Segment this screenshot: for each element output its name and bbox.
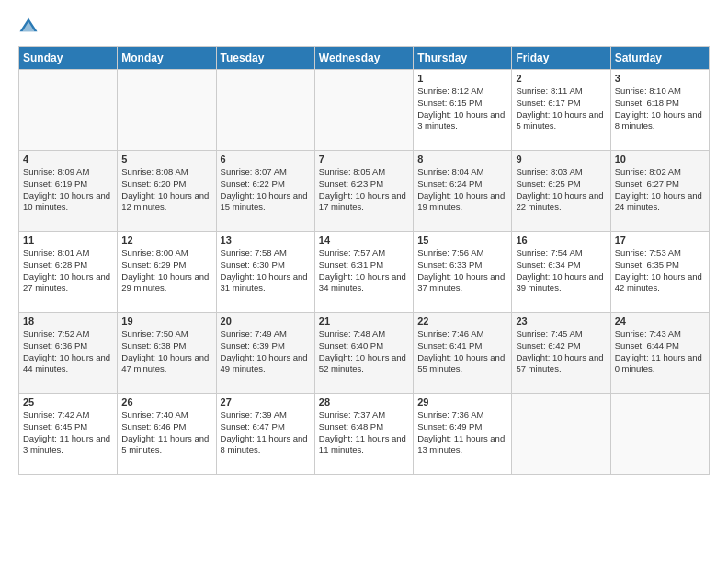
day-detail: Sunrise: 7:49 AM Sunset: 6:39 PM Dayligh… (221, 328, 311, 375)
day-detail: Sunrise: 7:58 AM Sunset: 6:30 PM Dayligh… (221, 247, 311, 294)
calendar-cell: 1Sunrise: 8:12 AM Sunset: 6:15 PM Daylig… (414, 70, 512, 151)
day-detail: Sunrise: 8:11 AM Sunset: 6:17 PM Dayligh… (516, 86, 606, 132)
day-number: 13 (221, 235, 311, 246)
calendar-cell: 14Sunrise: 7:57 AM Sunset: 6:31 PM Dayli… (314, 232, 413, 313)
logo (18, 17, 40, 37)
day-detail: Sunrise: 8:12 AM Sunset: 6:15 PM Dayligh… (417, 86, 507, 132)
day-header-saturday: Saturday (610, 47, 709, 70)
day-detail: Sunrise: 8:01 AM Sunset: 6:28 PM Dayligh… (23, 247, 113, 294)
day-number: 10 (615, 154, 705, 165)
week-row-3: 11Sunrise: 8:01 AM Sunset: 6:28 PM Dayli… (19, 232, 710, 313)
day-detail: Sunrise: 7:50 AM Sunset: 6:38 PM Dayligh… (121, 328, 211, 375)
calendar-cell: 24Sunrise: 7:43 AM Sunset: 6:44 PM Dayli… (610, 313, 709, 394)
calendar-cell: 25Sunrise: 7:42 AM Sunset: 6:45 PM Dayli… (19, 394, 118, 475)
calendar-cell: 6Sunrise: 8:07 AM Sunset: 6:22 PM Daylig… (216, 151, 314, 232)
calendar-cell: 22Sunrise: 7:46 AM Sunset: 6:41 PM Dayli… (414, 313, 512, 394)
day-header-wednesday: Wednesday (314, 47, 413, 70)
day-number: 2 (516, 73, 606, 84)
day-number: 5 (121, 154, 211, 165)
day-number: 3 (615, 73, 705, 84)
week-row-2: 4Sunrise: 8:09 AM Sunset: 6:19 PM Daylig… (19, 151, 710, 232)
day-detail: Sunrise: 7:40 AM Sunset: 6:46 PM Dayligh… (121, 409, 211, 456)
calendar-cell (512, 394, 610, 475)
day-number: 1 (417, 73, 507, 84)
calendar-cell: 23Sunrise: 7:45 AM Sunset: 6:42 PM Dayli… (512, 313, 610, 394)
day-number: 24 (615, 316, 705, 327)
calendar-cell: 10Sunrise: 8:02 AM Sunset: 6:27 PM Dayli… (610, 151, 709, 232)
calendar-cell: 27Sunrise: 7:39 AM Sunset: 6:47 PM Dayli… (216, 394, 314, 475)
day-number: 21 (319, 316, 409, 327)
day-detail: Sunrise: 8:05 AM Sunset: 6:23 PM Dayligh… (319, 167, 409, 213)
calendar-cell: 17Sunrise: 7:53 AM Sunset: 6:35 PM Dayli… (610, 232, 709, 313)
week-row-1: 1Sunrise: 8:12 AM Sunset: 6:15 PM Daylig… (19, 70, 710, 151)
header (18, 17, 710, 37)
day-header-friday: Friday (512, 47, 610, 70)
day-number: 11 (23, 235, 113, 246)
logo-icon (18, 17, 39, 37)
day-number: 20 (221, 316, 311, 327)
calendar-cell: 11Sunrise: 8:01 AM Sunset: 6:28 PM Dayli… (19, 232, 118, 313)
day-number: 27 (221, 396, 311, 408)
day-number: 26 (121, 396, 211, 408)
day-header-monday: Monday (118, 47, 216, 70)
calendar-cell: 18Sunrise: 7:52 AM Sunset: 6:36 PM Dayli… (19, 313, 118, 394)
day-number: 15 (417, 235, 507, 246)
calendar-cell: 26Sunrise: 7:40 AM Sunset: 6:46 PM Dayli… (118, 394, 216, 475)
day-number: 28 (319, 396, 409, 408)
day-number: 4 (23, 154, 113, 165)
day-number: 7 (319, 154, 409, 165)
day-number: 16 (516, 235, 606, 246)
day-detail: Sunrise: 8:02 AM Sunset: 6:27 PM Dayligh… (615, 167, 705, 213)
day-number: 25 (23, 396, 113, 408)
day-detail: Sunrise: 7:57 AM Sunset: 6:31 PM Dayligh… (319, 247, 409, 294)
day-detail: Sunrise: 7:46 AM Sunset: 6:41 PM Dayligh… (417, 328, 507, 375)
calendar-table: SundayMondayTuesdayWednesdayThursdayFrid… (18, 46, 710, 475)
day-detail: Sunrise: 8:00 AM Sunset: 6:29 PM Dayligh… (121, 247, 211, 294)
calendar-cell: 19Sunrise: 7:50 AM Sunset: 6:38 PM Dayli… (118, 313, 216, 394)
day-detail: Sunrise: 8:04 AM Sunset: 6:24 PM Dayligh… (417, 167, 507, 213)
day-number: 8 (417, 154, 507, 165)
calendar-cell: 5Sunrise: 8:08 AM Sunset: 6:20 PM Daylig… (118, 151, 216, 232)
calendar-cell: 20Sunrise: 7:49 AM Sunset: 6:39 PM Dayli… (216, 313, 314, 394)
calendar-cell: 8Sunrise: 8:04 AM Sunset: 6:24 PM Daylig… (414, 151, 512, 232)
day-detail: Sunrise: 7:54 AM Sunset: 6:34 PM Dayligh… (516, 247, 606, 294)
day-number: 22 (417, 316, 507, 327)
day-detail: Sunrise: 7:42 AM Sunset: 6:45 PM Dayligh… (23, 409, 113, 456)
calendar-cell: 9Sunrise: 8:03 AM Sunset: 6:25 PM Daylig… (512, 151, 610, 232)
day-detail: Sunrise: 7:37 AM Sunset: 6:48 PM Dayligh… (319, 409, 409, 456)
day-number: 19 (121, 316, 211, 327)
week-row-4: 18Sunrise: 7:52 AM Sunset: 6:36 PM Dayli… (19, 313, 710, 394)
header-row: SundayMondayTuesdayWednesdayThursdayFrid… (19, 47, 710, 70)
day-detail: Sunrise: 8:03 AM Sunset: 6:25 PM Dayligh… (516, 167, 606, 213)
calendar-cell: 21Sunrise: 7:48 AM Sunset: 6:40 PM Dayli… (314, 313, 413, 394)
day-detail: Sunrise: 7:36 AM Sunset: 6:49 PM Dayligh… (417, 409, 507, 456)
calendar-cell: 12Sunrise: 8:00 AM Sunset: 6:29 PM Dayli… (118, 232, 216, 313)
day-detail: Sunrise: 7:48 AM Sunset: 6:40 PM Dayligh… (319, 328, 409, 375)
calendar-cell: 3Sunrise: 8:10 AM Sunset: 6:18 PM Daylig… (610, 70, 709, 151)
day-number: 14 (319, 235, 409, 246)
day-number: 29 (417, 396, 507, 408)
calendar-cell: 7Sunrise: 8:05 AM Sunset: 6:23 PM Daylig… (314, 151, 413, 232)
day-detail: Sunrise: 8:10 AM Sunset: 6:18 PM Dayligh… (615, 86, 705, 132)
day-number: 17 (615, 235, 705, 246)
day-detail: Sunrise: 7:56 AM Sunset: 6:33 PM Dayligh… (417, 247, 507, 294)
day-header-tuesday: Tuesday (216, 47, 314, 70)
day-detail: Sunrise: 7:53 AM Sunset: 6:35 PM Dayligh… (615, 247, 705, 294)
day-detail: Sunrise: 8:07 AM Sunset: 6:22 PM Dayligh… (221, 167, 311, 213)
calendar-cell (19, 70, 118, 151)
day-detail: Sunrise: 7:43 AM Sunset: 6:44 PM Dayligh… (615, 328, 705, 375)
calendar-container: SundayMondayTuesdayWednesdayThursdayFrid… (0, 0, 728, 486)
day-detail: Sunrise: 8:09 AM Sunset: 6:19 PM Dayligh… (23, 167, 113, 213)
calendar-cell (216, 70, 314, 151)
day-header-thursday: Thursday (414, 47, 512, 70)
week-row-5: 25Sunrise: 7:42 AM Sunset: 6:45 PM Dayli… (19, 394, 710, 475)
calendar-cell: 16Sunrise: 7:54 AM Sunset: 6:34 PM Dayli… (512, 232, 610, 313)
day-number: 12 (121, 235, 211, 246)
day-number: 6 (221, 154, 311, 165)
day-header-sunday: Sunday (19, 47, 118, 70)
calendar-cell: 29Sunrise: 7:36 AM Sunset: 6:49 PM Dayli… (414, 394, 512, 475)
day-number: 9 (516, 154, 606, 165)
day-detail: Sunrise: 7:39 AM Sunset: 6:47 PM Dayligh… (221, 409, 311, 456)
calendar-cell (314, 70, 413, 151)
day-number: 18 (23, 316, 113, 327)
